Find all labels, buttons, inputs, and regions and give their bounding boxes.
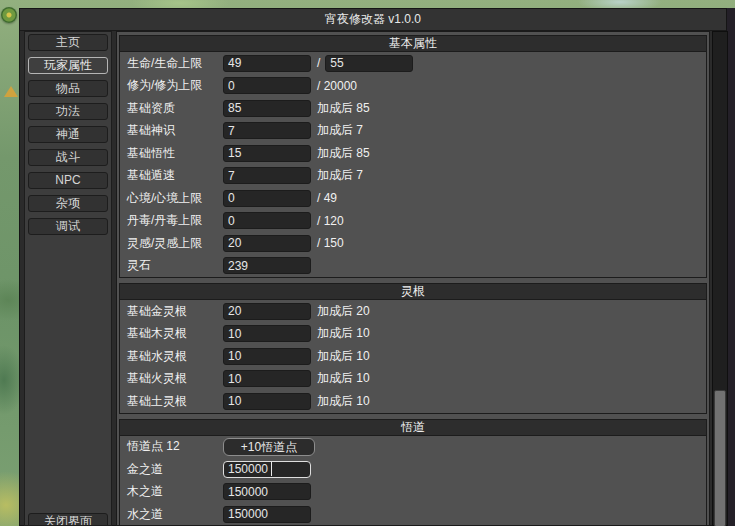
snail-shell-icon <box>1 7 17 23</box>
row-wood-root-label: 基础木灵根 <box>127 325 223 342</box>
section-basic-attributes: 基本属性 生命/生命上限 / 修为/修为上限 / 20000 基础资质 加成后 … <box>119 35 707 278</box>
spirit-stone-input[interactable] <box>223 257 311 274</box>
sidebar: 主页 玩家属性 物品 功法 神通 战斗 NPC 杂项 调试 关闭界面 <box>24 31 112 526</box>
wood-dao-input[interactable] <box>223 483 311 500</box>
row-water-dao: 水之道 <box>120 503 706 526</box>
window-titlebar[interactable]: 宵夜修改器 v1.0.0 <box>20 9 726 31</box>
spirit-sense-input[interactable] <box>223 122 311 139</box>
spirit-sense-bonus-text: 加成后 7 <box>317 122 363 139</box>
row-spirit-sense-label: 基础神识 <box>127 122 223 139</box>
aptitude-input[interactable] <box>223 100 311 117</box>
pill-toxin-input[interactable] <box>223 212 311 229</box>
sidebar-item-techniques[interactable]: 功法 <box>28 103 108 120</box>
row-inspiration: 灵感/灵感上限 / 150 <box>120 232 706 255</box>
sidebar-item-debug[interactable]: 调试 <box>28 218 108 235</box>
wood-root-bonus-text: 加成后 10 <box>317 325 370 342</box>
add-dao-points-button[interactable]: +10悟道点 <box>223 438 315 456</box>
row-mood: 心境/心境上限 / 49 <box>120 187 706 210</box>
fire-root-bonus-text: 加成后 10 <box>317 370 370 387</box>
row-fire-root-label: 基础火灵根 <box>127 370 223 387</box>
section-title-spirit-roots: 灵根 <box>120 284 706 300</box>
sidebar-item-player-attributes[interactable]: 玩家属性 <box>28 57 108 74</box>
row-metal-dao: 金之道 <box>120 458 706 481</box>
inspiration-max-text: / 150 <box>317 236 344 250</box>
main-panel: 基本属性 生命/生命上限 / 修为/修为上限 / 20000 基础资质 加成后 … <box>116 31 710 526</box>
sidebar-item-items[interactable]: 物品 <box>28 80 108 97</box>
section-title-enlightenment: 悟道 <box>120 420 706 436</box>
escape-speed-bonus-text: 加成后 7 <box>317 167 363 184</box>
sidebar-item-misc[interactable]: 杂项 <box>28 195 108 212</box>
sidebar-item-divine-powers[interactable]: 神通 <box>28 126 108 143</box>
metal-root-input[interactable] <box>223 303 311 320</box>
scrollbar-thumb[interactable] <box>714 390 726 526</box>
row-wood-dao-label: 木之道 <box>127 483 223 500</box>
metal-dao-input[interactable] <box>223 461 311 478</box>
row-cultivation-label: 修为/修为上限 <box>127 77 223 94</box>
comprehension-input[interactable] <box>223 145 311 162</box>
cultivation-max-text: / 20000 <box>317 79 357 93</box>
row-earth-root-label: 基础土灵根 <box>127 393 223 410</box>
row-pill-toxin-label: 丹毒/丹毒上限 <box>127 212 223 229</box>
hp-max-input[interactable] <box>325 55 413 72</box>
row-comprehension: 基础悟性 加成后 85 <box>120 142 706 165</box>
row-metal-root-label: 基础金灵根 <box>127 303 223 320</box>
row-water-root: 基础水灵根 加成后 10 <box>120 345 706 368</box>
earth-root-input[interactable] <box>223 393 311 410</box>
hp-input[interactable] <box>223 55 311 72</box>
earth-root-bonus-text: 加成后 10 <box>317 393 370 410</box>
cultivation-input[interactable] <box>223 77 311 94</box>
row-aptitude-label: 基础资质 <box>127 100 223 117</box>
water-dao-input[interactable] <box>223 506 311 523</box>
row-metal-root: 基础金灵根 加成后 20 <box>120 300 706 323</box>
trainer-window: 宵夜修改器 v1.0.0 主页 玩家属性 物品 功法 神通 战斗 NPC 杂项 … <box>19 8 727 526</box>
row-comprehension-label: 基础悟性 <box>127 145 223 162</box>
row-fire-root: 基础火灵根 加成后 10 <box>120 368 706 391</box>
mood-input[interactable] <box>223 190 311 207</box>
mood-max-text: / 49 <box>317 191 337 205</box>
row-wood-dao: 木之道 <box>120 481 706 504</box>
section-title-basic-attributes: 基本属性 <box>120 36 706 52</box>
section-spirit-roots: 灵根 基础金灵根 加成后 20 基础木灵根 加成后 10 基础水灵根 加成后 1… <box>119 283 707 414</box>
escape-speed-input[interactable] <box>223 167 311 184</box>
text-caret <box>271 462 272 476</box>
inspiration-input[interactable] <box>223 235 311 252</box>
window-body: 主页 玩家属性 物品 功法 神通 战斗 NPC 杂项 调试 关闭界面 基本属性 … <box>20 31 726 526</box>
row-cultivation: 修为/修为上限 / 20000 <box>120 75 706 98</box>
section-enlightenment: 悟道 悟道点 12 +10悟道点 金之道 木之道 水之道 <box>119 419 707 526</box>
gold-triangle-decoration <box>4 86 18 97</box>
sidebar-item-home[interactable]: 主页 <box>28 34 108 51</box>
row-escape-speed-label: 基础遁速 <box>127 167 223 184</box>
sidebar-item-combat[interactable]: 战斗 <box>28 149 108 166</box>
hp-separator: / <box>317 56 320 70</box>
water-root-bonus-text: 加成后 10 <box>317 348 370 365</box>
row-mood-label: 心境/心境上限 <box>127 190 223 207</box>
fire-root-input[interactable] <box>223 370 311 387</box>
window-right-edge <box>727 8 735 526</box>
row-dao-points: 悟道点 12 +10悟道点 <box>120 436 706 459</box>
row-hp-label: 生命/生命上限 <box>127 55 223 72</box>
pill-toxin-max-text: / 120 <box>317 214 344 228</box>
sidebar-item-npc[interactable]: NPC <box>28 172 108 189</box>
row-spirit-stone: 灵石 <box>120 255 706 278</box>
row-hp: 生命/生命上限 / <box>120 52 706 75</box>
water-root-input[interactable] <box>223 348 311 365</box>
metal-root-bonus-text: 加成后 20 <box>317 303 370 320</box>
row-water-root-label: 基础水灵根 <box>127 348 223 365</box>
aptitude-bonus-text: 加成后 85 <box>317 100 370 117</box>
row-pill-toxin: 丹毒/丹毒上限 / 120 <box>120 210 706 233</box>
row-escape-speed: 基础遁速 加成后 7 <box>120 165 706 188</box>
row-spirit-sense: 基础神识 加成后 7 <box>120 120 706 143</box>
comprehension-bonus-text: 加成后 85 <box>317 145 370 162</box>
dao-points-label: 悟道点 12 <box>127 438 223 455</box>
row-inspiration-label: 灵感/灵感上限 <box>127 235 223 252</box>
wood-root-input[interactable] <box>223 325 311 342</box>
scrollbar-track[interactable] <box>712 31 728 526</box>
row-wood-root: 基础木灵根 加成后 10 <box>120 323 706 346</box>
row-spirit-stone-label: 灵石 <box>127 257 223 274</box>
row-earth-root: 基础土灵根 加成后 10 <box>120 390 706 413</box>
close-ui-button[interactable]: 关闭界面 <box>28 513 108 526</box>
row-aptitude: 基础资质 加成后 85 <box>120 97 706 120</box>
row-metal-dao-label: 金之道 <box>127 461 223 478</box>
window-title: 宵夜修改器 v1.0.0 <box>325 11 421 28</box>
row-water-dao-label: 水之道 <box>127 506 223 523</box>
